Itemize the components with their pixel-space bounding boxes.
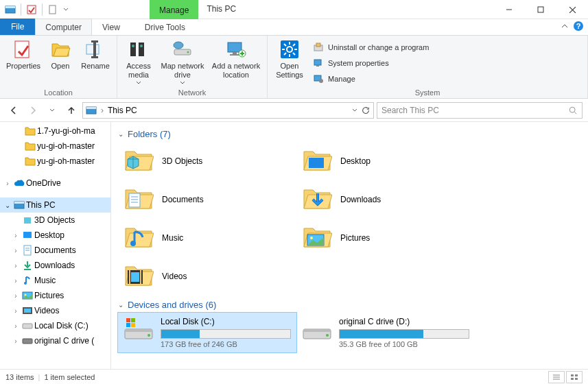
tree-3d-objects[interactable]: 3D Objects [0,213,110,228]
address-bar[interactable]: › This PC [82,102,374,119]
maximize-button[interactable] [525,0,556,19]
address-dropdown-icon[interactable] [351,107,358,114]
tree-desktop[interactable]: ›Desktop [0,228,110,243]
refresh-icon[interactable] [361,106,371,115]
folder-item[interactable]: Downloads [296,180,475,219]
rename-button[interactable]: Rename [78,38,113,87]
forward-button[interactable] [25,102,41,119]
recent-locations-button[interactable] [44,102,60,119]
tab-file[interactable]: File [0,19,35,35]
svg-rect-79 [125,329,152,332]
content-pane: ⌄ Folders (7) 3D ObjectsDesktopDocuments… [111,122,588,369]
back-button[interactable] [5,102,22,119]
open-button[interactable]: Open [45,38,75,87]
search-box[interactable]: Search This PC [377,102,583,119]
tab-computer[interactable]: Computer [35,19,92,35]
folder-item[interactable]: Desktop [296,142,475,180]
map-drive-label: Map network drive [158,62,207,80]
folder-item[interactable]: Videos [118,257,296,296]
folder-item[interactable]: Pictures [296,219,475,257]
tree-folder[interactable]: 1.7-yu-gi-oh-ma [0,123,110,139]
tree-this-pc[interactable]: ⌄This PC [0,197,110,213]
group-label-system: System [272,87,583,97]
svg-point-20 [187,51,189,53]
tree-videos[interactable]: ›Videos [0,303,110,318]
rename-label: Rename [81,62,110,71]
svg-rect-3 [49,5,56,14]
tree-downloads[interactable]: ›Downloads [0,258,110,273]
svg-rect-93 [571,378,574,380]
context-tab-manage[interactable]: Manage [150,0,198,19]
svg-rect-24 [230,54,239,56]
tree-local-disk-c[interactable]: ›Local Disk (C:) [0,318,110,333]
section-header-folders[interactable]: ⌄ Folders (7) [118,125,588,142]
access-media-button[interactable]: Access media [121,38,156,87]
tree-documents[interactable]: ›Documents [0,243,110,258]
open-settings-button[interactable]: Open Settings [272,38,307,87]
add-network-location-button[interactable]: Add a network location [209,38,263,87]
folder-icon [302,184,333,215]
system-properties-button[interactable]: System properties [310,56,432,71]
tree-folder[interactable]: yu-gi-oh-master [0,154,110,169]
tab-drive-tools[interactable]: Drive Tools [134,19,196,35]
up-button[interactable] [63,102,80,119]
svg-rect-41 [316,65,319,67]
view-details-icon[interactable] [548,371,565,383]
section-header-drives[interactable]: ⌄ Devices and drives (6) [118,296,588,313]
collapse-ribbon-icon[interactable] [561,22,569,30]
drive-item[interactable]: original C drive (D:)35.3 GB free of 100… [296,313,475,352]
tree-music[interactable]: ›Music [0,273,110,288]
drive-name: Local Disk (C:) [161,317,291,326]
manage-button[interactable]: Manage [310,71,432,86]
svg-rect-66 [309,158,324,168]
breadcrumb[interactable]: This PC [108,106,137,115]
tree-folder[interactable]: yu-gi-oh-master [0,139,110,154]
folder-item[interactable]: 3D Objects [118,142,296,180]
group-label-network: Network [121,87,263,97]
svg-rect-84 [131,323,135,327]
ribbon-group-location: Properties Open Rename Location [0,36,117,98]
tree-pictures[interactable]: ›Pictures [0,288,110,303]
status-bar: 13 items | 1 item selected [0,369,588,384]
svg-rect-39 [316,43,320,47]
folder-icon [302,145,333,177]
tree-onedrive[interactable]: ›OneDrive [0,176,110,191]
tree-original-c-drive[interactable]: ›original C drive ( [0,333,110,348]
drive-usage-bar [339,329,469,339]
ribbon-group-system: Open Settings Uninstall or change a prog… [268,36,588,98]
svg-point-21 [174,42,183,49]
app-icon[interactable] [3,2,18,17]
svg-text:?: ? [576,22,581,30]
qat-properties-icon[interactable] [24,2,39,17]
svg-point-56 [24,282,27,285]
view-large-icons-icon[interactable] [566,371,583,383]
qat-dropdown-icon[interactable] [62,2,70,17]
drive-item[interactable]: Local Disk (C:)173 GB free of 246 GB [118,313,296,352]
svg-rect-62 [23,339,32,344]
status-selected-count: 1 item selected [44,373,95,381]
uninstall-program-button[interactable]: Uninstall or change a program [310,40,432,55]
group-label-location: Location [4,87,113,97]
map-network-drive-button[interactable]: Map network drive [158,38,207,87]
svg-rect-13 [91,40,98,43]
svg-rect-91 [571,374,574,376]
drive-free-text: 35.3 GB free of 100 GB [339,340,469,348]
properties-button[interactable]: Properties [4,38,43,87]
uninstall-label: Uninstall or change a program [328,43,429,51]
ribbon-tabs: File Computer View Drive Tools ? [0,19,588,36]
svg-rect-14 [91,56,98,58]
folder-item[interactable]: Music [118,219,296,257]
folder-item[interactable]: Documents [118,180,296,219]
search-placeholder: Search This PC [381,106,439,115]
help-icon[interactable]: ? [573,21,584,32]
svg-line-47 [575,112,577,114]
svg-rect-77 [131,272,139,282]
tab-view[interactable]: View [92,19,130,35]
navigation-tree[interactable]: 1.7-yu-gi-oh-ma yu-gi-oh-master yu-gi-oh… [0,122,111,369]
minimize-button[interactable] [493,0,525,19]
open-label: Open [51,62,70,71]
svg-rect-51 [23,232,32,238]
qat-new-icon[interactable] [45,2,60,17]
close-button[interactable] [556,0,588,19]
folder-label: Videos [162,272,187,281]
